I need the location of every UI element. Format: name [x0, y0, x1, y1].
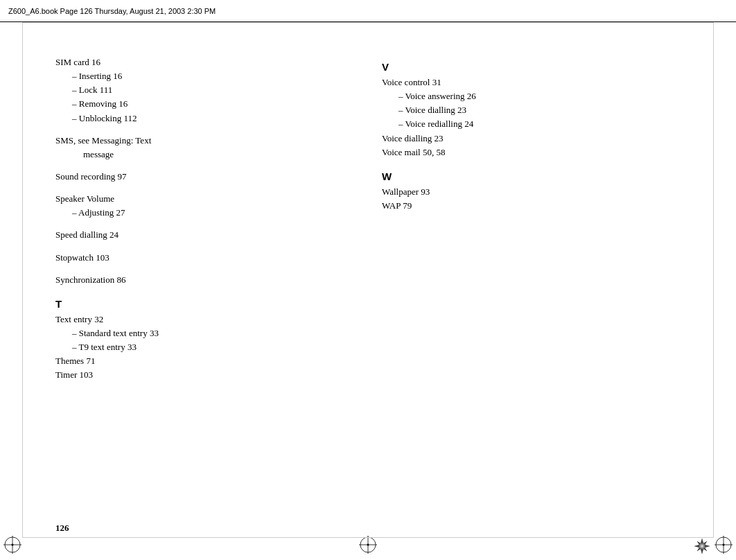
section-w: W Wallpaper 93 WAP 79: [382, 170, 681, 213]
left-column: SIM card 16 – Inserting 16 – Lock 111 – …: [55, 55, 368, 518]
entry-simcard-inserting: – Inserting 16: [55, 69, 340, 83]
entry-voiceanswering: – Voice answering 26: [382, 89, 681, 103]
header-text: Z600_A6.book Page 126 Thursday, August 2…: [8, 7, 216, 15]
entry-speakervolume-adjusting: – Adjusting 27: [55, 206, 340, 220]
svg-point-32: [367, 544, 369, 546]
entry-voicedialling: – Voice dialling 23: [382, 103, 681, 117]
section-synchronization: Synchronization 86: [55, 273, 340, 287]
entry-soundrecording: Sound recording 97: [55, 170, 340, 184]
entry-voicecontrol: Voice control 31: [382, 76, 681, 89]
content-area: SIM card 16 – Inserting 16 – Lock 111 – …: [55, 55, 681, 518]
section-stopwatch: Stopwatch 103: [55, 251, 340, 265]
svg-point-28: [701, 545, 703, 548]
entry-sms-cont: message: [55, 148, 340, 161]
entry-stopwatch: Stopwatch 103: [55, 251, 340, 265]
svg-point-25: [723, 544, 725, 546]
entry-voiceredialling: – Voice redialling 24: [382, 117, 681, 131]
section-s: SIM card 16 – Inserting 16 – Lock 111 – …: [55, 55, 340, 125]
entry-simcard: SIM card 16: [55, 55, 340, 69]
entry-voicedialling-main: Voice dialling 23: [382, 132, 681, 146]
entry-timer: Timer 103: [55, 368, 340, 382]
entry-simcard-lock: – Lock 111: [55, 83, 340, 97]
section-speakervolume: Speaker Volume – Adjusting 27: [55, 192, 340, 220]
entry-textentry-standard: – Standard text entry 33: [55, 326, 340, 340]
entry-wap: WAP 79: [382, 199, 681, 213]
section-v: V Voice control 31 – Voice answering 26 …: [382, 61, 681, 159]
starburst-br: [693, 537, 711, 558]
entry-wallpaper: Wallpaper 93: [382, 185, 681, 199]
entry-speeddial: Speed dialling 24: [55, 228, 340, 242]
section-speeddial: Speed dialling 24: [55, 228, 340, 242]
entry-themes: Themes 71: [55, 354, 340, 368]
section-w-letter: W: [382, 170, 681, 182]
section-sms: SMS, see Messaging: Text message: [55, 134, 340, 161]
section-t: T Text entry 32 – Standard text entry 33…: [55, 298, 340, 383]
entry-simcard-removing: – Removing 16: [55, 97, 340, 111]
entry-synchronization: Synchronization 86: [55, 273, 340, 287]
entry-speakervolume: Speaker Volume: [55, 192, 340, 206]
section-soundrecording: Sound recording 97: [55, 170, 340, 184]
header-bar: Z600_A6.book Page 126 Thursday, August 2…: [0, 0, 736, 22]
corner-mark-bl: [2, 534, 23, 558]
columns: SIM card 16 – Inserting 16 – Lock 111 – …: [55, 55, 681, 518]
entry-textentry-t9: – T9 text entry 33: [55, 340, 340, 354]
entry-voicemail: Voice mail 50, 58: [382, 146, 681, 159]
section-t-letter: T: [55, 298, 340, 310]
svg-point-21: [12, 544, 14, 546]
entry-textentry: Text entry 32: [55, 313, 340, 326]
right-column: V Voice control 31 – Voice answering 26 …: [368, 55, 681, 518]
page-number: 126: [55, 523, 69, 534]
corner-mark-br: [713, 534, 734, 558]
section-v-letter: V: [382, 61, 681, 73]
entry-sms: SMS, see Messaging: Text: [55, 134, 340, 148]
center-bottom-mark: [358, 534, 378, 558]
entry-simcard-unblocking: – Unblocking 112: [55, 112, 340, 125]
